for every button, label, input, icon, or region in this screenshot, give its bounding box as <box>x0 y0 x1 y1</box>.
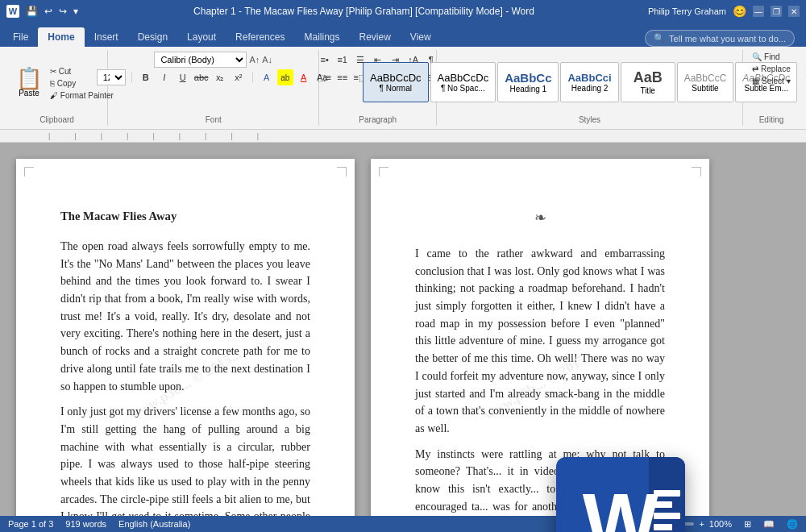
editing-group: 🔍 Find ⇄ Replace ▦ Select ▾ Editing <box>743 50 800 126</box>
font-group-label: Font <box>108 115 318 124</box>
save-quick-btn[interactable]: 💾 <box>24 4 39 19</box>
styles-more[interactable]: ⊞ <box>800 85 806 102</box>
font-size-shrink-icon[interactable]: A↓ <box>262 55 272 64</box>
styles-group: AaBbCcDc ¶ Normal AaBbCcDc ¶ No Spac... … <box>437 50 743 126</box>
find-button[interactable]: 🔍 Find <box>749 52 783 62</box>
replace-button[interactable]: ⇄ Replace <box>749 64 793 74</box>
redo-quick-btn[interactable]: ↪ <box>57 4 69 19</box>
horizontal-ruler: | | | | | | | | | <box>0 130 806 143</box>
text-effects-button[interactable]: A <box>259 69 275 85</box>
title-bar-left: W 💾 ↩ ↪ ▾ <box>6 4 80 19</box>
ribbon: File Home Insert Design Layout Reference… <box>0 23 806 130</box>
strikethrough-button[interactable]: abc <box>193 69 210 85</box>
underline-button[interactable]: U <box>175 69 191 85</box>
highlight-button[interactable]: ab <box>277 69 293 85</box>
ribbon-tab-bar: File Home Insert Design Layout Reference… <box>0 23 806 47</box>
customize-quick-btn[interactable]: ▾ <box>72 4 80 19</box>
font-color-button[interactable]: A <box>296 69 312 85</box>
restore-button[interactable]: ❐ <box>771 6 782 17</box>
style-heading1[interactable]: AaBbCc Heading 1 <box>497 62 559 102</box>
style-normal[interactable]: AaBbCcDc ¶ Normal <box>363 62 429 102</box>
tab-file[interactable]: File <box>3 27 38 47</box>
tell-me-input[interactable]: 🔍 Tell me what you want to do... <box>645 30 795 47</box>
title-bar: W 💾 ↩ ↪ ▾ Chapter 1 - The Macaw Flies Aw… <box>0 0 806 23</box>
ribbon-content: 📋 Paste ✂ Cut ⎘ Copy 🖌 Format Painter Cl… <box>0 47 806 129</box>
close-button[interactable]: ✕ <box>788 6 800 17</box>
style-heading2[interactable]: AaBbCci Heading 2 <box>560 62 618 102</box>
page-count: Page 1 of 3 <box>8 519 53 529</box>
tab-layout[interactable]: Layout <box>177 27 226 47</box>
word-count: 919 words <box>65 519 106 529</box>
window-title: Chapter 1 - The Macaw Flies Away [Philip… <box>80 6 648 17</box>
style-subtitle[interactable]: AaBbCcC Subtitle <box>677 62 734 102</box>
word-logo-w: W <box>583 481 659 532</box>
style-no-spacing[interactable]: AaBbCcDc ¶ No Spac... <box>430 62 496 102</box>
word-logo-overlay: W <box>556 457 685 532</box>
view-print-layout[interactable]: ⊞ <box>744 519 751 530</box>
tab-mailings[interactable]: Mailings <box>294 27 349 47</box>
tab-design[interactable]: Design <box>128 27 177 47</box>
paste-icon: 📋 <box>16 68 42 89</box>
font-size-grow-icon[interactable]: A↑ <box>249 55 260 64</box>
font-size-select[interactable]: 12 <box>97 69 126 85</box>
tab-references[interactable]: References <box>226 27 294 47</box>
language: English (Australia) <box>118 519 190 529</box>
clipboard-group: 📋 Paste ✂ Cut ⎘ Copy 🖌 Format Painter Cl… <box>6 50 108 126</box>
tell-me-placeholder: Tell me what you want to do... <box>669 34 786 44</box>
paste-label: Paste <box>19 89 39 98</box>
italic-button[interactable]: I <box>156 69 172 85</box>
align-left-button[interactable]: ⬚≡ <box>317 69 333 85</box>
minimize-button[interactable]: — <box>753 6 764 17</box>
page-1: www.p3b... © 2015... The Macaw Flies Awa… <box>16 159 355 532</box>
subscript-button[interactable]: x₂ <box>212 69 228 85</box>
paste-button[interactable]: 📋 Paste <box>13 66 45 99</box>
styles-group-label: Styles <box>437 115 742 124</box>
bullets-button[interactable]: ≡• <box>317 52 333 68</box>
tab-review[interactable]: Review <box>349 27 400 47</box>
tab-home[interactable]: Home <box>38 27 84 47</box>
user-name[interactable]: Philip Terry Graham <box>648 6 726 16</box>
clipboard-label: Clipboard <box>6 115 107 124</box>
numbering-button[interactable]: ≡1 <box>334 52 351 68</box>
page-corner-tr <box>337 167 347 177</box>
page1-para-2: I only just got my drivers' license a fe… <box>60 403 310 532</box>
page2-para-1: I came to the rather awkward and embarra… <box>415 245 665 438</box>
quick-access-toolbar: 💾 ↩ ↪ ▾ <box>24 4 80 19</box>
tab-insert[interactable]: Insert <box>85 27 128 47</box>
title-bar-right: Philip Terry Graham 😊 — ❐ ✕ <box>648 5 800 18</box>
styles-scroll-up[interactable]: ▲ <box>800 53 806 69</box>
select-button[interactable]: ▦ Select ▾ <box>749 76 793 86</box>
styles-scroll-down[interactable]: ▼ <box>800 69 806 85</box>
align-center-button[interactable]: ≡≡ <box>334 69 351 85</box>
tab-view[interactable]: View <box>401 27 441 47</box>
document-area: www.p3b... © 2015... The Macaw Flies Awa… <box>0 143 806 532</box>
page2-ornament: ❧ <box>415 207 665 229</box>
font-family-select[interactable]: Calibri (Body) <box>154 52 247 68</box>
font-group: Calibri (Body) A↑ A↓ 12 B I U abc x₂ x² <box>108 50 319 126</box>
style-title[interactable]: AaB Title <box>621 62 675 102</box>
zoom-level: 100% <box>709 519 732 529</box>
page-corner-tl <box>24 167 34 177</box>
superscript-button[interactable]: x² <box>231 69 247 85</box>
status-bar: Page 1 of 3 919 words English (Australia… <box>0 516 806 532</box>
zoom-in-btn[interactable]: + <box>699 519 704 529</box>
page2-corner-tr <box>692 167 701 177</box>
page-2: www.p3b... © 2015... ❧ I came to the rat… <box>371 159 709 532</box>
view-web-layout[interactable]: 🌐 <box>787 519 798 530</box>
view-read-mode[interactable]: 📖 <box>763 519 775 530</box>
undo-quick-btn[interactable]: ↩ <box>43 4 54 19</box>
app-icon: W <box>6 5 19 18</box>
page1-title: The Macaw Flies Away <box>60 207 310 225</box>
page2-corner-tl <box>379 167 388 177</box>
editing-group-label: Editing <box>743 115 800 124</box>
bold-button[interactable]: B <box>138 69 154 85</box>
page1-para-1: The open road always feels sorrowfully e… <box>60 238 310 395</box>
